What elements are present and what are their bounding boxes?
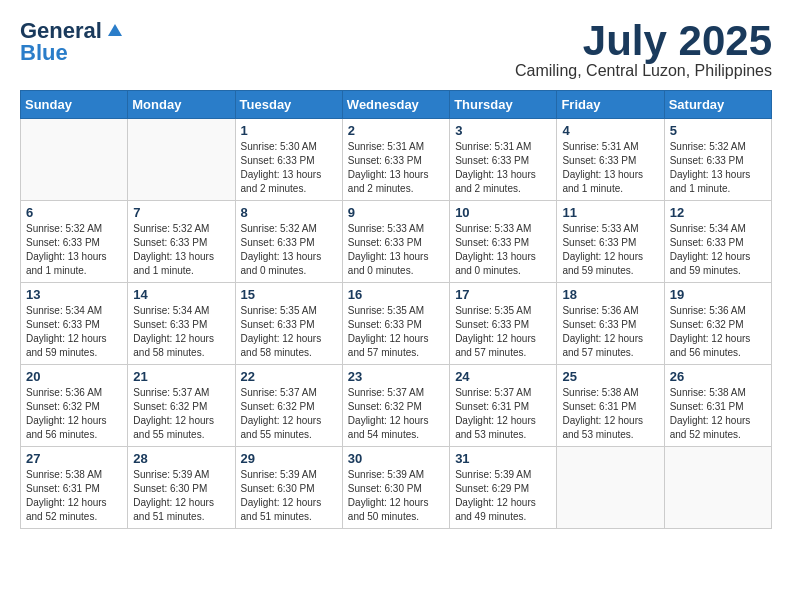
day-number: 14 [133, 287, 229, 302]
day-info: Sunrise: 5:39 AMSunset: 6:30 PMDaylight:… [241, 468, 337, 524]
weekday-header: Tuesday [235, 91, 342, 119]
day-number: 18 [562, 287, 658, 302]
day-info: Sunrise: 5:32 AMSunset: 6:33 PMDaylight:… [670, 140, 766, 196]
day-info: Sunrise: 5:39 AMSunset: 6:29 PMDaylight:… [455, 468, 551, 524]
calendar-cell: 17Sunrise: 5:35 AMSunset: 6:33 PMDayligh… [450, 283, 557, 365]
day-number: 8 [241, 205, 337, 220]
day-number: 27 [26, 451, 122, 466]
logo: General Blue [20, 20, 124, 64]
calendar-cell: 27Sunrise: 5:38 AMSunset: 6:31 PMDayligh… [21, 447, 128, 529]
weekday-header-row: SundayMondayTuesdayWednesdayThursdayFrid… [21, 91, 772, 119]
day-number: 21 [133, 369, 229, 384]
calendar-cell: 6Sunrise: 5:32 AMSunset: 6:33 PMDaylight… [21, 201, 128, 283]
calendar-cell: 25Sunrise: 5:38 AMSunset: 6:31 PMDayligh… [557, 365, 664, 447]
calendar-cell: 8Sunrise: 5:32 AMSunset: 6:33 PMDaylight… [235, 201, 342, 283]
day-number: 5 [670, 123, 766, 138]
day-number: 29 [241, 451, 337, 466]
day-info: Sunrise: 5:37 AMSunset: 6:32 PMDaylight:… [241, 386, 337, 442]
day-number: 31 [455, 451, 551, 466]
calendar-cell: 20Sunrise: 5:36 AMSunset: 6:32 PMDayligh… [21, 365, 128, 447]
day-info: Sunrise: 5:39 AMSunset: 6:30 PMDaylight:… [348, 468, 444, 524]
day-info: Sunrise: 5:36 AMSunset: 6:32 PMDaylight:… [26, 386, 122, 442]
day-number: 10 [455, 205, 551, 220]
day-number: 13 [26, 287, 122, 302]
day-info: Sunrise: 5:35 AMSunset: 6:33 PMDaylight:… [455, 304, 551, 360]
day-number: 15 [241, 287, 337, 302]
day-info: Sunrise: 5:35 AMSunset: 6:33 PMDaylight:… [348, 304, 444, 360]
day-info: Sunrise: 5:34 AMSunset: 6:33 PMDaylight:… [133, 304, 229, 360]
day-number: 20 [26, 369, 122, 384]
day-number: 16 [348, 287, 444, 302]
calendar-cell [664, 447, 771, 529]
day-number: 30 [348, 451, 444, 466]
day-number: 17 [455, 287, 551, 302]
day-info: Sunrise: 5:34 AMSunset: 6:33 PMDaylight:… [26, 304, 122, 360]
day-number: 9 [348, 205, 444, 220]
calendar-cell: 11Sunrise: 5:33 AMSunset: 6:33 PMDayligh… [557, 201, 664, 283]
day-info: Sunrise: 5:37 AMSunset: 6:32 PMDaylight:… [348, 386, 444, 442]
day-number: 22 [241, 369, 337, 384]
calendar-week-row: 27Sunrise: 5:38 AMSunset: 6:31 PMDayligh… [21, 447, 772, 529]
day-info: Sunrise: 5:31 AMSunset: 6:33 PMDaylight:… [455, 140, 551, 196]
calendar-cell: 22Sunrise: 5:37 AMSunset: 6:32 PMDayligh… [235, 365, 342, 447]
day-number: 6 [26, 205, 122, 220]
calendar-cell: 31Sunrise: 5:39 AMSunset: 6:29 PMDayligh… [450, 447, 557, 529]
logo-icon [106, 22, 124, 40]
day-info: Sunrise: 5:36 AMSunset: 6:32 PMDaylight:… [670, 304, 766, 360]
day-number: 12 [670, 205, 766, 220]
svg-marker-0 [108, 24, 122, 36]
calendar-cell: 13Sunrise: 5:34 AMSunset: 6:33 PMDayligh… [21, 283, 128, 365]
day-info: Sunrise: 5:32 AMSunset: 6:33 PMDaylight:… [133, 222, 229, 278]
day-info: Sunrise: 5:33 AMSunset: 6:33 PMDaylight:… [348, 222, 444, 278]
day-number: 19 [670, 287, 766, 302]
day-info: Sunrise: 5:31 AMSunset: 6:33 PMDaylight:… [348, 140, 444, 196]
day-number: 23 [348, 369, 444, 384]
day-info: Sunrise: 5:31 AMSunset: 6:33 PMDaylight:… [562, 140, 658, 196]
calendar-cell: 29Sunrise: 5:39 AMSunset: 6:30 PMDayligh… [235, 447, 342, 529]
day-info: Sunrise: 5:35 AMSunset: 6:33 PMDaylight:… [241, 304, 337, 360]
day-info: Sunrise: 5:38 AMSunset: 6:31 PMDaylight:… [562, 386, 658, 442]
calendar-cell: 9Sunrise: 5:33 AMSunset: 6:33 PMDaylight… [342, 201, 449, 283]
month-title: July 2025 [515, 20, 772, 62]
calendar-week-row: 13Sunrise: 5:34 AMSunset: 6:33 PMDayligh… [21, 283, 772, 365]
calendar-cell: 12Sunrise: 5:34 AMSunset: 6:33 PMDayligh… [664, 201, 771, 283]
calendar-cell: 5Sunrise: 5:32 AMSunset: 6:33 PMDaylight… [664, 119, 771, 201]
day-info: Sunrise: 5:30 AMSunset: 6:33 PMDaylight:… [241, 140, 337, 196]
calendar-cell: 16Sunrise: 5:35 AMSunset: 6:33 PMDayligh… [342, 283, 449, 365]
calendar-cell: 26Sunrise: 5:38 AMSunset: 6:31 PMDayligh… [664, 365, 771, 447]
weekday-header: Saturday [664, 91, 771, 119]
day-number: 11 [562, 205, 658, 220]
calendar-table: SundayMondayTuesdayWednesdayThursdayFrid… [20, 90, 772, 529]
day-number: 4 [562, 123, 658, 138]
calendar-cell [557, 447, 664, 529]
calendar-cell: 19Sunrise: 5:36 AMSunset: 6:32 PMDayligh… [664, 283, 771, 365]
day-info: Sunrise: 5:38 AMSunset: 6:31 PMDaylight:… [670, 386, 766, 442]
day-info: Sunrise: 5:32 AMSunset: 6:33 PMDaylight:… [26, 222, 122, 278]
calendar-cell: 4Sunrise: 5:31 AMSunset: 6:33 PMDaylight… [557, 119, 664, 201]
calendar-cell: 15Sunrise: 5:35 AMSunset: 6:33 PMDayligh… [235, 283, 342, 365]
calendar-cell [21, 119, 128, 201]
calendar-cell: 2Sunrise: 5:31 AMSunset: 6:33 PMDaylight… [342, 119, 449, 201]
calendar-week-row: 6Sunrise: 5:32 AMSunset: 6:33 PMDaylight… [21, 201, 772, 283]
day-info: Sunrise: 5:32 AMSunset: 6:33 PMDaylight:… [241, 222, 337, 278]
calendar-cell: 7Sunrise: 5:32 AMSunset: 6:33 PMDaylight… [128, 201, 235, 283]
calendar-cell: 30Sunrise: 5:39 AMSunset: 6:30 PMDayligh… [342, 447, 449, 529]
day-info: Sunrise: 5:37 AMSunset: 6:32 PMDaylight:… [133, 386, 229, 442]
day-number: 1 [241, 123, 337, 138]
weekday-header: Wednesday [342, 91, 449, 119]
weekday-header: Sunday [21, 91, 128, 119]
calendar-week-row: 1Sunrise: 5:30 AMSunset: 6:33 PMDaylight… [21, 119, 772, 201]
calendar-cell: 21Sunrise: 5:37 AMSunset: 6:32 PMDayligh… [128, 365, 235, 447]
day-number: 25 [562, 369, 658, 384]
calendar-cell: 18Sunrise: 5:36 AMSunset: 6:33 PMDayligh… [557, 283, 664, 365]
title-area: July 2025 Camiling, Central Luzon, Phili… [515, 20, 772, 80]
day-number: 28 [133, 451, 229, 466]
calendar-cell: 10Sunrise: 5:33 AMSunset: 6:33 PMDayligh… [450, 201, 557, 283]
calendar-cell: 23Sunrise: 5:37 AMSunset: 6:32 PMDayligh… [342, 365, 449, 447]
weekday-header: Thursday [450, 91, 557, 119]
day-info: Sunrise: 5:33 AMSunset: 6:33 PMDaylight:… [455, 222, 551, 278]
day-number: 3 [455, 123, 551, 138]
day-number: 26 [670, 369, 766, 384]
calendar-week-row: 20Sunrise: 5:36 AMSunset: 6:32 PMDayligh… [21, 365, 772, 447]
logo-general: General [20, 20, 102, 42]
